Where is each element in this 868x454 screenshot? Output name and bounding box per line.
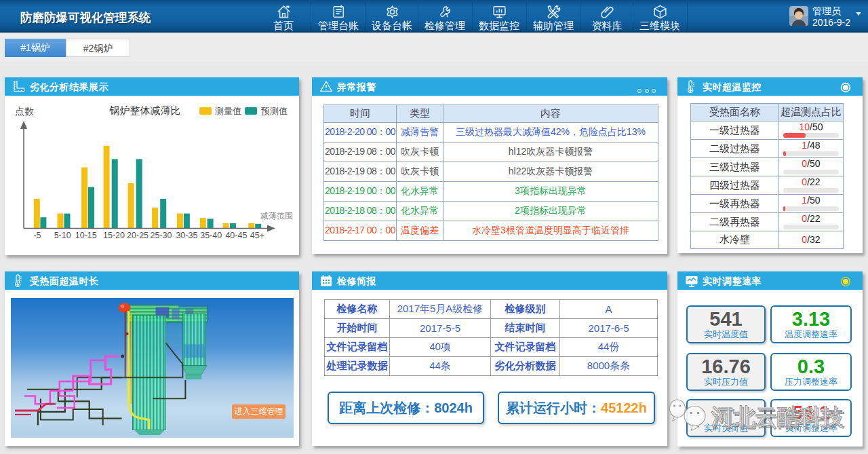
svg-text:点数: 点数 — [15, 106, 34, 117]
svg-text:预测值: 预测值 — [260, 106, 288, 116]
svg-text:40-45: 40-45 — [225, 231, 247, 240]
svg-text:测量值: 测量值 — [215, 106, 241, 116]
svg-text:15-20: 15-20 — [103, 231, 125, 240]
svg-text:-5: -5 — [33, 231, 41, 240]
svg-text:锅炉整体减薄比: 锅炉整体减薄比 — [109, 105, 181, 116]
svg-text:25-30: 25-30 — [151, 231, 172, 240]
svg-text:35-40: 35-40 — [200, 231, 222, 240]
svg-text:20-25: 20-25 — [127, 231, 149, 240]
svg-text:45+: 45+ — [250, 231, 264, 240]
svg-text:30-35: 30-35 — [176, 231, 197, 240]
svg-text:减薄范围: 减薄范围 — [260, 211, 293, 221]
svg-text:5-10: 5-10 — [54, 231, 71, 240]
svg-text:10-15: 10-15 — [75, 231, 97, 240]
